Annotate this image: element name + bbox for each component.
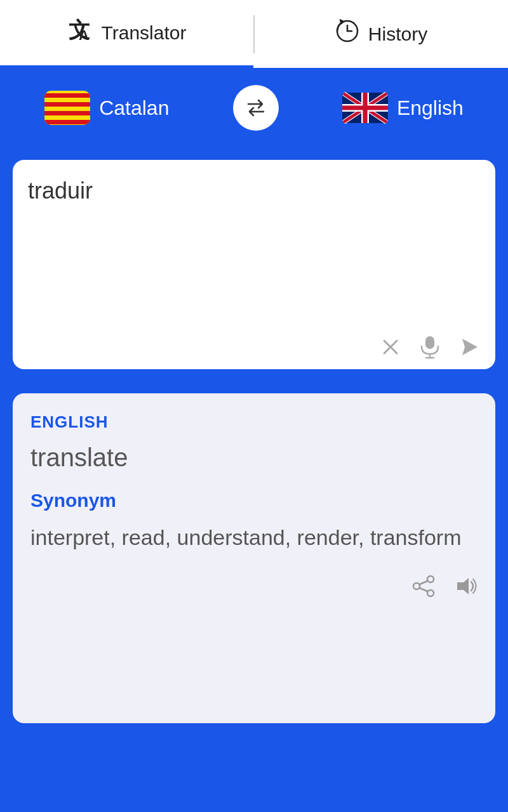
tab-translator-label: Translator [102, 22, 187, 44]
clear-button[interactable] [380, 336, 401, 358]
result-section: ENGLISH translate Synonym interpret, rea… [0, 384, 508, 742]
svg-rect-6 [425, 336, 434, 349]
svg-marker-9 [462, 339, 478, 355]
svg-text:A: A [79, 27, 89, 43]
svg-line-14 [420, 588, 427, 591]
target-language-button[interactable]: English [342, 91, 464, 125]
svg-point-12 [427, 590, 434, 596]
result-actions [30, 574, 478, 604]
input-box: traduir [13, 160, 495, 369]
translator-icon: 文 A [67, 17, 93, 48]
svg-point-11 [413, 583, 420, 589]
uk-flag [342, 91, 388, 125]
translate-button[interactable] [458, 336, 480, 358]
speak-button[interactable] [453, 574, 478, 604]
language-bar: Catalan English [0, 70, 508, 154]
history-icon [335, 19, 359, 49]
swap-languages-button[interactable] [233, 85, 279, 131]
input-actions [28, 335, 480, 359]
svg-marker-15 [457, 578, 469, 594]
source-text[interactable]: traduir [28, 175, 480, 327]
svg-line-13 [420, 581, 427, 584]
source-language-button[interactable]: Catalan [44, 91, 169, 125]
source-language-name: Catalan [99, 96, 169, 120]
catalan-flag [44, 91, 90, 125]
tab-history-label: History [368, 23, 427, 45]
translation-text: translate [30, 443, 478, 472]
synonym-label: Synonym [30, 490, 478, 511]
tab-bar: 文 A Translator History [0, 0, 508, 70]
result-box: ENGLISH translate Synonym interpret, rea… [13, 393, 495, 723]
result-language-label: ENGLISH [30, 412, 478, 432]
target-language-name: English [397, 96, 464, 120]
svg-point-10 [427, 576, 434, 582]
tab-translator[interactable]: 文 A Translator [0, 0, 253, 68]
synonym-text: interpret, read, understand, render, tra… [30, 521, 478, 554]
share-button[interactable] [411, 574, 436, 604]
microphone-button[interactable] [419, 335, 441, 359]
tab-history[interactable]: History [255, 0, 508, 68]
input-section: traduir [0, 154, 508, 384]
